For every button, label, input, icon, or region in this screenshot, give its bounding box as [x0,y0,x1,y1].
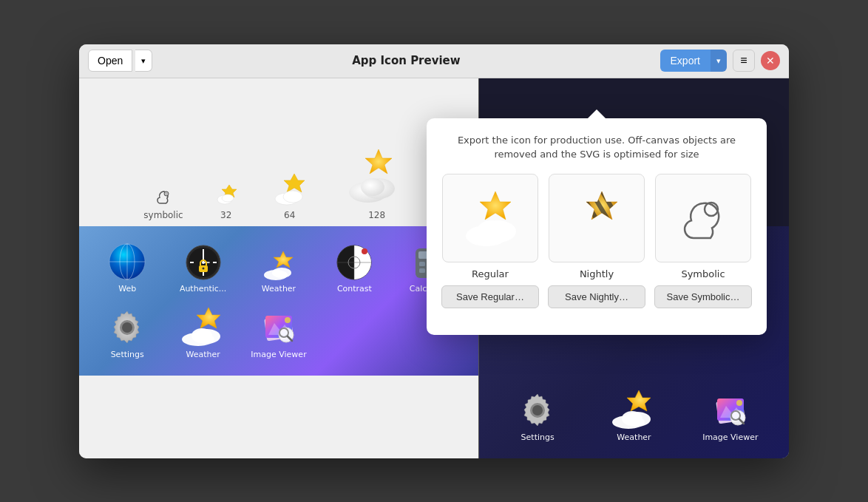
preview-symbolic: symbolic [143,189,183,220]
save-regular-button[interactable]: Save Regular… [441,285,539,308]
svg-point-53 [285,317,291,323]
close-button[interactable]: ✕ [761,51,780,70]
svg-rect-40 [419,268,425,273]
contrast-label: Contrast [337,284,372,294]
export-symbolic-preview [655,174,751,262]
weather-label-grid-light: Weather [262,284,296,294]
icon-item-settings-dark[interactable]: Settings [489,341,586,448]
preview-sizes-row: symbolic 32 [79,78,478,226]
export-regular-icon [457,189,523,248]
open-dropdown-button[interactable]: ▾ [135,50,152,72]
size128-label: 128 [368,210,385,220]
icon-item-weather-dark[interactable]: Weather [586,341,682,448]
menu-button[interactable]: ≡ [733,50,755,72]
icon-item-weather2-light[interactable]: Weather [165,299,240,365]
icon-item-auth-light[interactable]: Authentic... [165,237,240,299]
weather-label2-light: Weather [186,350,220,359]
svg-marker-7 [365,149,392,174]
weather-icon-64 [269,172,311,206]
export-popup-description: Export the icon for production use. Off-… [441,133,752,162]
save-symbolic-button[interactable]: Save Symbolic… [654,285,752,308]
export-symbolic-label: Symbolic [681,268,725,279]
icon-item-settings-light[interactable]: Settings [89,299,165,365]
svg-point-24 [202,261,205,264]
app-window: Open ▾ App Icon Preview Export ▾ ≡ ✕ [79,44,789,458]
weather-large-icon-light [177,305,229,347]
size64-label: 64 [284,210,295,220]
svg-rect-37 [419,262,425,266]
export-option-regular: Regular Save Regular… [441,174,539,308]
icon-item-contrast-light[interactable]: Contrast [316,237,392,299]
open-button[interactable]: Open [88,50,132,72]
export-popup: Export the icon for production use. Off-… [427,118,767,335]
export-symbolic-icon [670,189,736,248]
symbolic-weather-icon-small [155,189,172,206]
dropdown-arrow-icon: ▾ [141,56,146,66]
svg-marker-4 [284,174,305,192]
export-nightly-label: Nightly [580,268,614,279]
weather-label-dark: Weather [617,433,651,442]
export-option-symbolic: Symbolic Save Symbolic… [654,174,752,308]
svg-point-64 [532,405,543,415]
title-bar: Open ▾ App Icon Preview Export ▾ ≡ ✕ [79,44,789,78]
export-nightly-icon [563,189,630,248]
left-panel: symbolic 32 [79,78,478,458]
export-button[interactable]: Export [660,50,711,72]
save-nightly-button[interactable]: Save Nightly… [548,285,645,308]
imageviewer-label-light: Image Viewer [251,350,306,359]
web-icon [108,242,146,281]
icon-item-imageviewer-dark[interactable]: Image Viewer [682,341,779,448]
weather-icon-128 [340,146,414,206]
weather-icon-32 [213,183,240,206]
settings-label-dark: Settings [521,433,555,442]
export-option-nightly: Nightly Save Nightly… [548,174,645,308]
icon-item-weather-light[interactable]: Weather [241,237,316,299]
settings-icon-dark [518,391,557,430]
icon-item-imageviewer-light[interactable]: Image Viewer [241,299,316,365]
svg-point-29 [272,268,291,278]
window-title: App Icon Preview [352,54,461,67]
svg-marker-27 [274,251,293,268]
preview-128: 128 [340,146,414,220]
imageviewer-icon-dark [711,391,750,430]
web-label: Web [118,284,136,294]
export-nightly-preview [549,174,645,262]
svg-point-10 [361,178,384,196]
auth-label: Authentic... [180,284,226,294]
export-regular-preview [442,174,538,262]
symbolic-label: symbolic [143,210,183,220]
close-icon: ✕ [766,55,775,67]
export-dropdown-arrow-icon: ▾ [716,56,721,66]
weather-grid-icon-light [260,250,298,281]
imageviewer-label-dark: Image Viewer [702,433,758,442]
size32-label: 32 [220,210,231,220]
icon-item-web-light[interactable]: Web [89,237,165,299]
svg-point-49 [191,328,212,343]
title-bar-left: Open ▾ [88,50,152,72]
svg-point-72 [736,400,742,406]
weather-large-icon-dark [608,388,660,430]
preview-32: 32 [213,183,240,220]
export-btn-group: Export ▾ [660,50,727,72]
icon-grid-light: Web [79,226,478,376]
menu-icon: ≡ [740,54,747,67]
svg-line-85 [567,189,589,225]
export-options: Regular Save Regular… [441,174,752,308]
svg-marker-76 [480,191,511,220]
contrast-icon [336,244,373,281]
svg-point-6 [283,191,302,203]
svg-point-79 [478,220,504,240]
svg-point-45 [122,322,132,333]
preview-64: 64 [269,172,311,220]
settings-label-light: Settings [111,350,144,359]
svg-point-0 [164,191,169,196]
export-dropdown-button[interactable]: ▾ [711,50,727,72]
clock-icon [185,244,222,281]
svg-marker-65 [627,390,651,411]
imageviewer-icon-light [260,308,298,347]
export-regular-label: Regular [472,268,509,279]
svg-point-3 [222,194,234,202]
settings-icon-light [108,308,146,347]
svg-point-26 [202,267,204,269]
svg-point-34 [362,248,367,254]
